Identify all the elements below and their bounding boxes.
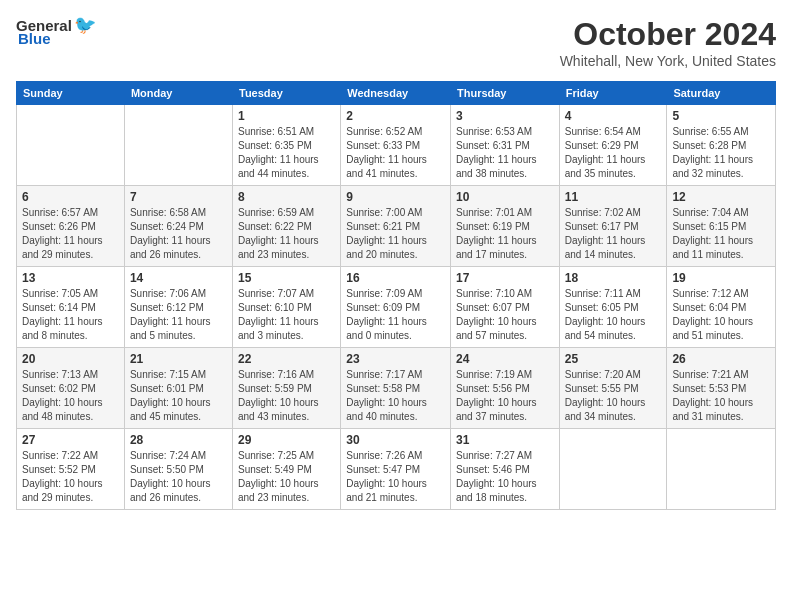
day-content: Sunrise: 7:21 AMSunset: 5:53 PMDaylight:… [672, 368, 770, 424]
calendar-cell [17, 105, 125, 186]
day-number: 30 [346, 433, 445, 447]
calendar-week-row: 20Sunrise: 7:13 AMSunset: 6:02 PMDayligh… [17, 348, 776, 429]
day-number: 26 [672, 352, 770, 366]
day-number: 29 [238, 433, 335, 447]
calendar-cell: 9Sunrise: 7:00 AMSunset: 6:21 PMDaylight… [341, 186, 451, 267]
column-header-saturday: Saturday [667, 82, 776, 105]
day-content: Sunrise: 7:13 AMSunset: 6:02 PMDaylight:… [22, 368, 119, 424]
column-header-wednesday: Wednesday [341, 82, 451, 105]
calendar-cell: 3Sunrise: 6:53 AMSunset: 6:31 PMDaylight… [450, 105, 559, 186]
day-content: Sunrise: 7:10 AMSunset: 6:07 PMDaylight:… [456, 287, 554, 343]
page-header: General 🐦 Blue October 2024 Whitehall, N… [16, 16, 776, 69]
day-number: 14 [130, 271, 227, 285]
day-content: Sunrise: 7:20 AMSunset: 5:55 PMDaylight:… [565, 368, 662, 424]
column-header-friday: Friday [559, 82, 667, 105]
day-content: Sunrise: 7:09 AMSunset: 6:09 PMDaylight:… [346, 287, 445, 343]
calendar-cell: 16Sunrise: 7:09 AMSunset: 6:09 PMDayligh… [341, 267, 451, 348]
day-content: Sunrise: 7:02 AMSunset: 6:17 PMDaylight:… [565, 206, 662, 262]
calendar-cell: 7Sunrise: 6:58 AMSunset: 6:24 PMDaylight… [124, 186, 232, 267]
day-content: Sunrise: 7:12 AMSunset: 6:04 PMDaylight:… [672, 287, 770, 343]
column-header-tuesday: Tuesday [233, 82, 341, 105]
calendar-cell: 26Sunrise: 7:21 AMSunset: 5:53 PMDayligh… [667, 348, 776, 429]
calendar-cell: 5Sunrise: 6:55 AMSunset: 6:28 PMDaylight… [667, 105, 776, 186]
day-number: 13 [22, 271, 119, 285]
calendar-cell: 30Sunrise: 7:26 AMSunset: 5:47 PMDayligh… [341, 429, 451, 510]
day-number: 23 [346, 352, 445, 366]
calendar-cell [667, 429, 776, 510]
day-number: 25 [565, 352, 662, 366]
day-content: Sunrise: 6:57 AMSunset: 6:26 PMDaylight:… [22, 206, 119, 262]
day-number: 4 [565, 109, 662, 123]
column-header-monday: Monday [124, 82, 232, 105]
calendar-subtitle: Whitehall, New York, United States [560, 53, 776, 69]
logo-bird-icon: 🐦 [74, 16, 96, 34]
logo-blue-text: Blue [18, 30, 51, 47]
calendar-cell: 18Sunrise: 7:11 AMSunset: 6:05 PMDayligh… [559, 267, 667, 348]
calendar-cell [124, 105, 232, 186]
calendar-cell: 13Sunrise: 7:05 AMSunset: 6:14 PMDayligh… [17, 267, 125, 348]
day-content: Sunrise: 6:53 AMSunset: 6:31 PMDaylight:… [456, 125, 554, 181]
calendar-cell: 21Sunrise: 7:15 AMSunset: 6:01 PMDayligh… [124, 348, 232, 429]
calendar-cell: 24Sunrise: 7:19 AMSunset: 5:56 PMDayligh… [450, 348, 559, 429]
day-number: 21 [130, 352, 227, 366]
calendar-cell: 6Sunrise: 6:57 AMSunset: 6:26 PMDaylight… [17, 186, 125, 267]
calendar-cell: 14Sunrise: 7:06 AMSunset: 6:12 PMDayligh… [124, 267, 232, 348]
calendar-week-row: 27Sunrise: 7:22 AMSunset: 5:52 PMDayligh… [17, 429, 776, 510]
day-number: 8 [238, 190, 335, 204]
logo: General 🐦 Blue [16, 16, 96, 47]
day-number: 9 [346, 190, 445, 204]
calendar-cell: 1Sunrise: 6:51 AMSunset: 6:35 PMDaylight… [233, 105, 341, 186]
day-number: 11 [565, 190, 662, 204]
day-content: Sunrise: 6:55 AMSunset: 6:28 PMDaylight:… [672, 125, 770, 181]
day-number: 24 [456, 352, 554, 366]
calendar-week-row: 13Sunrise: 7:05 AMSunset: 6:14 PMDayligh… [17, 267, 776, 348]
day-content: Sunrise: 7:05 AMSunset: 6:14 PMDaylight:… [22, 287, 119, 343]
day-content: Sunrise: 7:27 AMSunset: 5:46 PMDaylight:… [456, 449, 554, 505]
column-header-thursday: Thursday [450, 82, 559, 105]
calendar-cell: 27Sunrise: 7:22 AMSunset: 5:52 PMDayligh… [17, 429, 125, 510]
calendar-cell: 17Sunrise: 7:10 AMSunset: 6:07 PMDayligh… [450, 267, 559, 348]
calendar-header-row: SundayMondayTuesdayWednesdayThursdayFrid… [17, 82, 776, 105]
day-content: Sunrise: 7:11 AMSunset: 6:05 PMDaylight:… [565, 287, 662, 343]
calendar-title: October 2024 [560, 16, 776, 53]
day-number: 18 [565, 271, 662, 285]
day-number: 10 [456, 190, 554, 204]
day-content: Sunrise: 7:00 AMSunset: 6:21 PMDaylight:… [346, 206, 445, 262]
calendar-cell: 25Sunrise: 7:20 AMSunset: 5:55 PMDayligh… [559, 348, 667, 429]
day-content: Sunrise: 7:17 AMSunset: 5:58 PMDaylight:… [346, 368, 445, 424]
day-number: 28 [130, 433, 227, 447]
calendar-cell: 23Sunrise: 7:17 AMSunset: 5:58 PMDayligh… [341, 348, 451, 429]
day-content: Sunrise: 6:52 AMSunset: 6:33 PMDaylight:… [346, 125, 445, 181]
day-number: 7 [130, 190, 227, 204]
day-number: 20 [22, 352, 119, 366]
day-content: Sunrise: 7:04 AMSunset: 6:15 PMDaylight:… [672, 206, 770, 262]
day-content: Sunrise: 7:07 AMSunset: 6:10 PMDaylight:… [238, 287, 335, 343]
day-content: Sunrise: 7:24 AMSunset: 5:50 PMDaylight:… [130, 449, 227, 505]
day-number: 15 [238, 271, 335, 285]
day-number: 5 [672, 109, 770, 123]
day-content: Sunrise: 7:22 AMSunset: 5:52 PMDaylight:… [22, 449, 119, 505]
title-area: October 2024 Whitehall, New York, United… [560, 16, 776, 69]
day-content: Sunrise: 6:54 AMSunset: 6:29 PMDaylight:… [565, 125, 662, 181]
calendar-cell: 15Sunrise: 7:07 AMSunset: 6:10 PMDayligh… [233, 267, 341, 348]
day-content: Sunrise: 6:58 AMSunset: 6:24 PMDaylight:… [130, 206, 227, 262]
calendar-cell: 19Sunrise: 7:12 AMSunset: 6:04 PMDayligh… [667, 267, 776, 348]
calendar-cell: 20Sunrise: 7:13 AMSunset: 6:02 PMDayligh… [17, 348, 125, 429]
calendar-cell: 22Sunrise: 7:16 AMSunset: 5:59 PMDayligh… [233, 348, 341, 429]
day-content: Sunrise: 7:06 AMSunset: 6:12 PMDaylight:… [130, 287, 227, 343]
calendar-cell: 10Sunrise: 7:01 AMSunset: 6:19 PMDayligh… [450, 186, 559, 267]
day-content: Sunrise: 7:15 AMSunset: 6:01 PMDaylight:… [130, 368, 227, 424]
calendar-week-row: 1Sunrise: 6:51 AMSunset: 6:35 PMDaylight… [17, 105, 776, 186]
day-content: Sunrise: 7:16 AMSunset: 5:59 PMDaylight:… [238, 368, 335, 424]
day-number: 27 [22, 433, 119, 447]
day-number: 22 [238, 352, 335, 366]
day-number: 2 [346, 109, 445, 123]
day-content: Sunrise: 7:01 AMSunset: 6:19 PMDaylight:… [456, 206, 554, 262]
day-number: 31 [456, 433, 554, 447]
day-number: 1 [238, 109, 335, 123]
calendar-cell: 11Sunrise: 7:02 AMSunset: 6:17 PMDayligh… [559, 186, 667, 267]
calendar-cell: 4Sunrise: 6:54 AMSunset: 6:29 PMDaylight… [559, 105, 667, 186]
day-number: 6 [22, 190, 119, 204]
day-content: Sunrise: 7:19 AMSunset: 5:56 PMDaylight:… [456, 368, 554, 424]
calendar-cell: 31Sunrise: 7:27 AMSunset: 5:46 PMDayligh… [450, 429, 559, 510]
